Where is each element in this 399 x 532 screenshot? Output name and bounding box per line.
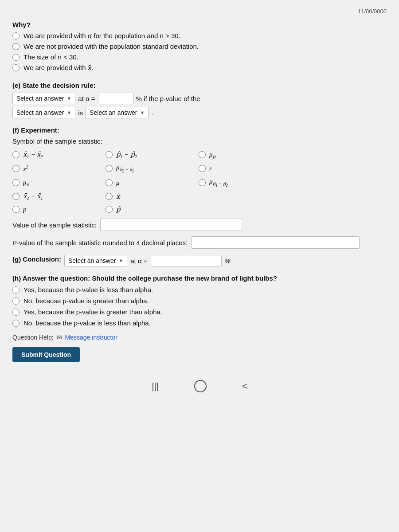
symbol-option-p[interactable]: p xyxy=(12,205,101,213)
symbol-label-3: μp̄ xyxy=(209,151,215,159)
percent-pvalue-text: % if the p-value of the xyxy=(136,95,200,102)
why-option-2[interactable]: We are not provided with the population … xyxy=(12,43,387,50)
symbol-radio-13[interactable] xyxy=(106,206,113,213)
why-option-1[interactable]: We are provided with σ for the populatio… xyxy=(12,32,387,39)
why-section: Why? We are provided with σ for the popu… xyxy=(12,21,387,72)
why-option-4-text: We are provided with x̄. xyxy=(23,64,94,72)
chevron-down-icon-4: ▼ xyxy=(118,258,123,263)
question-help-label: Question Help: xyxy=(12,334,54,341)
symbol-radio-6[interactable] xyxy=(199,165,206,172)
symbol-label-12: p xyxy=(23,206,27,213)
chevron-down-icon-1: ▼ xyxy=(66,96,71,101)
conclusion-section: (g) Conclusion: Select an answer ▼ at α … xyxy=(12,255,387,266)
chevron-down-icon-2: ▼ xyxy=(66,110,71,115)
symbol-label-9: μp̂1 − p̂2 xyxy=(209,178,228,188)
at-alpha-text: at α = xyxy=(78,95,95,102)
symbol-radio-3[interactable] xyxy=(199,151,206,158)
value-label: Value of the sample statistic: xyxy=(12,221,97,229)
answer-option-3[interactable]: Yes, because the p-value is greater than… xyxy=(12,308,387,316)
answer-option-2[interactable]: No, because p-value is greater than alph… xyxy=(12,297,387,305)
answer-option-4[interactable]: No, because the p-value is less than alp… xyxy=(12,319,387,327)
symbol-radio-7[interactable] xyxy=(12,179,20,186)
symbol-option-xbar[interactable]: x̄ xyxy=(106,192,194,201)
symbol-option-mu[interactable]: μ xyxy=(106,178,194,188)
symbol-option-x2-x1[interactable]: x̄2 − x̄1 xyxy=(12,192,101,201)
why-option-3-text: The size of n < 30. xyxy=(23,53,78,61)
symbol-radio-11[interactable] xyxy=(106,193,113,200)
symbol-option-x2[interactable]: x2 xyxy=(12,164,101,173)
why-radio-group: We are provided with σ for the populatio… xyxy=(12,32,387,72)
symbol-option-x1-x2[interactable]: x̄1 − x̄2 xyxy=(12,150,101,159)
symbol-option-mux2-x1[interactable]: μx̄2 − x̄1 xyxy=(106,164,194,173)
select-answer-3[interactable]: Select an answer ▼ xyxy=(86,107,149,118)
experiment-label: (f) Experiment: xyxy=(12,126,387,134)
symbol-radio-9[interactable] xyxy=(199,179,206,186)
answer-question: (h) Answer the question: Should the coll… xyxy=(12,274,387,282)
why-radio-4[interactable] xyxy=(12,64,20,71)
back-button[interactable]: < xyxy=(242,381,247,391)
select-answer-1[interactable]: Select an answer ▼ xyxy=(12,93,75,104)
symbol-label-1: x̄1 − x̄2 xyxy=(23,150,43,159)
conclusion-at-alpha: at α = xyxy=(130,257,147,265)
decision-rule-label: (e) State the decision rule: xyxy=(12,82,387,89)
why-option-4[interactable]: We are provided with x̄. xyxy=(12,64,387,72)
symbol-option-p1-p2[interactable]: p̂1 − p̂2 xyxy=(106,150,194,159)
symbol-label-6: r xyxy=(209,165,212,172)
top-bar: 11/00/0000 xyxy=(12,8,387,15)
answer-radio-2[interactable] xyxy=(12,297,20,305)
symbol-option-phat[interactable]: p̂ xyxy=(106,205,194,213)
select-answer-2[interactable]: Select an answer ▼ xyxy=(12,107,75,118)
symbol-option-mup[interactable]: μp̄ xyxy=(199,150,278,159)
why-radio-1[interactable] xyxy=(12,32,20,39)
answer-radio-4[interactable] xyxy=(12,320,20,327)
conclusion-select[interactable]: Select an answer ▼ xyxy=(64,255,127,266)
symbol-radio-12[interactable] xyxy=(12,206,20,213)
symbol-radio-10[interactable] xyxy=(12,193,20,200)
why-radio-2[interactable] xyxy=(12,43,20,50)
symbol-radio-5[interactable] xyxy=(106,165,113,172)
why-option-3[interactable]: The size of n < 30. xyxy=(12,53,387,61)
symbol-label-13: p̂ xyxy=(116,205,121,213)
symbol-option-r[interactable]: r xyxy=(199,164,278,173)
question-help: Question Help: ✉ Message instructor xyxy=(12,334,387,341)
why-label: Why? xyxy=(12,21,387,28)
home-button[interactable] xyxy=(194,380,207,392)
why-option-2-text: We are not provided with the population … xyxy=(23,43,199,50)
pvalue-input[interactable] xyxy=(191,236,360,249)
symbol-option-mup1-p2[interactable]: μp̂1 − p̂2 xyxy=(199,178,278,188)
symbol-grid: x̄1 − x̄2 p̂1 − p̂2 μp̄ x2 μx̄2 − x̄1 xyxy=(12,150,387,213)
mail-icon: ✉ xyxy=(57,334,62,341)
answer-text-2: No, because p-value is greater than alph… xyxy=(23,297,149,305)
answer-radio-1[interactable] xyxy=(12,286,20,293)
pvalue-label: P-value of the sample statistic rounded … xyxy=(12,239,188,246)
experiment-section: (f) Experiment: Symbol of the sample sta… xyxy=(12,126,387,249)
answer-text-3: Yes, because the p-value is greater than… xyxy=(23,308,162,316)
symbol-label-8: μ xyxy=(116,179,120,187)
answer-option-1[interactable]: Yes, because the p-value is less than al… xyxy=(12,286,387,293)
symbol-radio-1[interactable] xyxy=(12,151,20,158)
alpha-input-1[interactable] xyxy=(98,93,133,104)
conclusion-alpha-input[interactable] xyxy=(151,255,222,266)
symbol-radio-4[interactable] xyxy=(12,165,20,172)
is-text: is xyxy=(78,109,83,117)
why-option-1-text: We are provided with σ for the populatio… xyxy=(23,32,180,39)
symbol-option-mux[interactable]: μx̄ xyxy=(12,178,101,188)
value-input[interactable] xyxy=(100,219,242,231)
why-radio-3[interactable] xyxy=(12,54,20,61)
percent-symbol: % xyxy=(225,257,231,265)
decision-rule-row1: Select an answer ▼ at α = % if the p-val… xyxy=(12,93,387,104)
conclusion-label: (g) Conclusion: xyxy=(12,255,61,263)
decision-rule-row2: Select an answer ▼ is Select an answer ▼… xyxy=(12,107,387,118)
message-instructor-link[interactable]: Message instructor xyxy=(65,334,117,341)
symbol-label-5: μx̄2 − x̄1 xyxy=(116,164,134,173)
decision-rule-section: (e) State the decision rule: Select an a… xyxy=(12,82,387,118)
submit-button[interactable]: Submit Question xyxy=(12,347,80,362)
symbol-radio-2[interactable] xyxy=(106,151,113,158)
answer-radio-3[interactable] xyxy=(12,309,20,316)
symbol-radio-8[interactable] xyxy=(106,179,113,186)
menu-button[interactable]: ||| xyxy=(152,381,159,391)
symbol-label-11: x̄ xyxy=(116,192,120,200)
symbol-label-10: x̄2 − x̄1 xyxy=(23,192,43,201)
answer-text-4: No, because the p-value is less than alp… xyxy=(23,319,151,327)
value-row: Value of the sample statistic: xyxy=(12,219,387,231)
